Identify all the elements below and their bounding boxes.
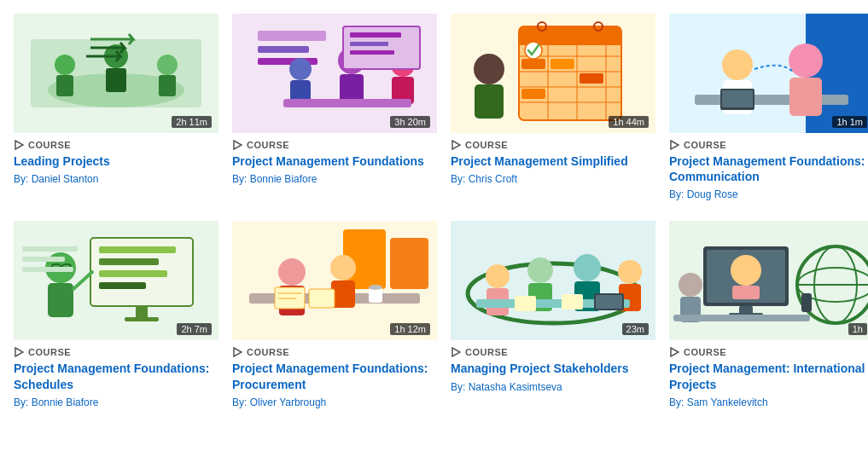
play-icon bbox=[669, 347, 679, 357]
svg-point-80 bbox=[278, 258, 306, 286]
course-type-row: COURSE bbox=[14, 347, 218, 357]
svg-rect-103 bbox=[562, 294, 583, 309]
course-thumbnail: 2h 11m bbox=[14, 14, 218, 133]
svg-point-51 bbox=[722, 49, 753, 80]
thumbnail-image bbox=[14, 14, 218, 133]
svg-point-97 bbox=[574, 254, 601, 281]
svg-rect-56 bbox=[722, 90, 753, 107]
svg-rect-8 bbox=[159, 75, 176, 96]
svg-rect-4 bbox=[56, 75, 73, 96]
svg-point-114 bbox=[731, 255, 761, 286]
course-duration: 3h 20m bbox=[390, 116, 430, 128]
svg-rect-50 bbox=[695, 95, 848, 105]
svg-rect-72 bbox=[22, 246, 78, 252]
course-grid: 2h 11m COURSE Leading Projects By: Danie… bbox=[14, 14, 854, 408]
course-type-row: COURSE bbox=[232, 347, 437, 357]
course-thumbnail: 3h 20m bbox=[232, 14, 437, 133]
course-info: COURSE Project Management Simplified By:… bbox=[451, 133, 655, 185]
svg-rect-61 bbox=[99, 258, 159, 265]
svg-rect-43 bbox=[551, 59, 574, 69]
thumbnail-image bbox=[669, 14, 868, 133]
course-thumbnail: 2h 7m bbox=[14, 221, 218, 340]
course-thumbnail: 23m bbox=[451, 221, 655, 340]
svg-rect-45 bbox=[521, 89, 545, 99]
svg-point-40 bbox=[474, 54, 504, 84]
course-type-row: COURSE bbox=[451, 140, 655, 150]
course-author: By: Natasha Kasimtseva bbox=[451, 381, 655, 393]
svg-rect-11 bbox=[258, 31, 326, 41]
course-duration: 23m bbox=[622, 323, 649, 335]
svg-rect-121 bbox=[801, 293, 812, 312]
course-title[interactable]: Project Management: International Projec… bbox=[669, 361, 868, 391]
svg-rect-62 bbox=[99, 270, 167, 277]
course-info: COURSE Project Management: International… bbox=[669, 340, 868, 408]
course-card-2[interactable]: 3h 20m COURSE Project Management Foundat… bbox=[232, 14, 437, 200]
course-type-label: COURSE bbox=[465, 140, 508, 150]
course-title[interactable]: Leading Projects bbox=[14, 153, 218, 169]
svg-marker-9 bbox=[15, 141, 23, 149]
svg-rect-102 bbox=[515, 296, 536, 311]
svg-rect-20 bbox=[283, 99, 411, 107]
svg-point-18 bbox=[289, 58, 312, 80]
course-thumbnail: 1h 1m bbox=[669, 14, 868, 133]
course-title[interactable]: Project Management Foundations bbox=[232, 153, 437, 169]
svg-point-82 bbox=[330, 255, 356, 281]
svg-rect-24 bbox=[350, 50, 394, 55]
course-card-5[interactable]: 2h 7m COURSE Project Management Foundati… bbox=[14, 221, 218, 408]
course-info: COURSE Project Management Foundations: P… bbox=[232, 340, 437, 408]
course-title[interactable]: Project Management Simplified bbox=[451, 153, 655, 169]
svg-marker-90 bbox=[234, 348, 242, 356]
svg-point-7 bbox=[157, 55, 178, 75]
svg-marker-57 bbox=[671, 141, 679, 149]
thumbnail-image bbox=[451, 14, 655, 133]
svg-marker-25 bbox=[234, 141, 242, 149]
play-icon bbox=[232, 347, 242, 357]
svg-marker-75 bbox=[15, 348, 23, 356]
svg-marker-122 bbox=[671, 348, 679, 356]
course-card-4[interactable]: 1h 1m COURSE Project Management Foundati… bbox=[669, 14, 868, 200]
svg-rect-22 bbox=[350, 32, 401, 38]
course-info: COURSE Project Management Foundations: S… bbox=[14, 340, 218, 408]
course-author: By: Doug Rose bbox=[669, 188, 868, 200]
course-card-3[interactable]: 1h 44m COURSE Project Management Simplif… bbox=[451, 14, 655, 200]
course-type-label: COURSE bbox=[28, 347, 71, 357]
play-icon bbox=[669, 140, 679, 150]
course-title[interactable]: Project Management Foundations: Schedule… bbox=[14, 361, 218, 391]
course-duration: 2h 7m bbox=[177, 323, 212, 335]
svg-rect-105 bbox=[596, 295, 622, 309]
thumbnail-image bbox=[451, 221, 655, 340]
svg-point-95 bbox=[527, 257, 553, 283]
svg-rect-79 bbox=[390, 238, 428, 289]
course-card-6[interactable]: 1h 12m COURSE Project Management Foundat… bbox=[232, 221, 437, 408]
svg-rect-54 bbox=[789, 78, 822, 116]
course-card-8[interactable]: 1h COURSE Project Management: Internatio… bbox=[669, 221, 868, 408]
thumbnail-image bbox=[14, 221, 218, 340]
course-title[interactable]: Managing Project Stakeholders bbox=[451, 361, 655, 376]
svg-point-93 bbox=[486, 264, 510, 288]
course-type-label: COURSE bbox=[465, 347, 508, 357]
play-icon bbox=[451, 140, 461, 150]
course-duration: 1h bbox=[848, 323, 867, 335]
svg-rect-67 bbox=[48, 283, 73, 317]
course-duration: 1h 12m bbox=[390, 323, 430, 335]
course-thumbnail: 1h bbox=[669, 221, 868, 340]
course-type-row: COURSE bbox=[669, 140, 868, 150]
course-duration: 1h 1m bbox=[832, 116, 867, 128]
course-type-row: COURSE bbox=[669, 347, 868, 357]
course-type-label: COURSE bbox=[247, 347, 289, 357]
course-title[interactable]: Project Management Foundations: Procurem… bbox=[232, 361, 437, 391]
course-card-7[interactable]: 23m COURSE Managing Project Stakeholders… bbox=[451, 221, 655, 408]
course-info: COURSE Project Management Foundations: C… bbox=[669, 133, 868, 200]
play-icon bbox=[451, 347, 461, 357]
svg-rect-85 bbox=[309, 289, 335, 308]
course-card-1[interactable]: 2h 11m COURSE Leading Projects By: Danie… bbox=[14, 14, 218, 200]
svg-marker-106 bbox=[452, 348, 460, 356]
course-title[interactable]: Project Management Foundations: Communic… bbox=[669, 153, 868, 184]
svg-point-118 bbox=[679, 273, 702, 297]
svg-rect-64 bbox=[136, 306, 148, 319]
course-author: By: Oliver Yarbrough bbox=[232, 396, 437, 408]
course-author: By: Chris Croft bbox=[451, 173, 655, 185]
course-type-row: COURSE bbox=[14, 140, 218, 150]
svg-rect-44 bbox=[580, 73, 603, 84]
course-author: By: Sam Yankelevitch bbox=[669, 396, 868, 408]
